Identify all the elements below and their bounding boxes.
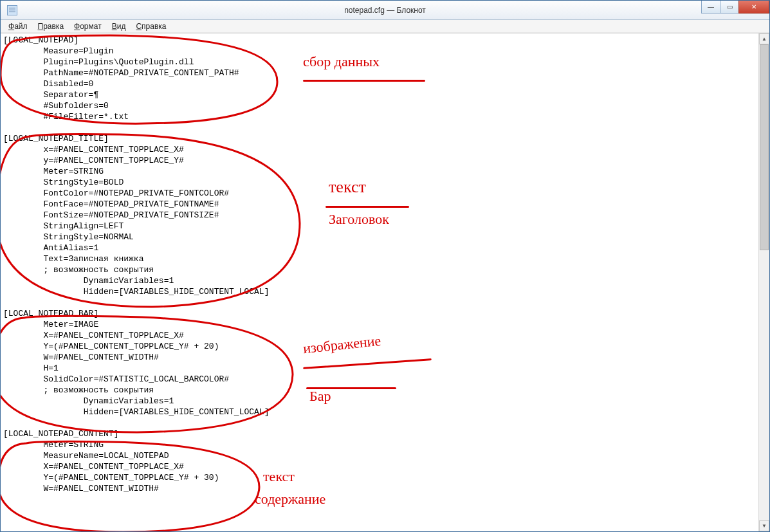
annotation-underline-3a: [303, 358, 432, 369]
annotation-label-3a: изображение: [302, 335, 381, 354]
maximize-button[interactable]: ▭: [720, 1, 739, 14]
close-button[interactable]: ✕: [738, 1, 769, 14]
scroll-down-button[interactable]: ▼: [759, 520, 769, 531]
notepad-icon: [7, 5, 17, 15]
menu-edit[interactable]: Правка: [33, 21, 69, 32]
menubar: Файл Правка Формат Вид Справка: [1, 20, 769, 33]
annotation-label-4b: содержание: [255, 493, 325, 504]
menu-help[interactable]: Справка: [131, 21, 171, 32]
app-window: notepad.cfg — Блокнот — ▭ ✕ Файл Правка …: [0, 0, 770, 532]
menu-format[interactable]: Формат: [69, 21, 107, 32]
vertical-scrollbar[interactable]: ▲ ▼: [758, 33, 769, 531]
text-editor-area[interactable]: [LOCAL_NOTEPAD] Measure=Plugin Plugin=Pl…: [1, 33, 758, 531]
annotation-label-4a: текст: [263, 471, 295, 482]
annotation-underline-2a: [325, 206, 409, 208]
annotation-label-1: сбор данных: [303, 56, 380, 67]
menu-file[interactable]: Файл: [3, 21, 33, 32]
scroll-track[interactable]: [759, 44, 769, 520]
editor-content: [LOCAL_NOTEPAD] Measure=Plugin Plugin=Pl…: [3, 35, 269, 493]
annotation-label-2a: текст: [329, 181, 366, 192]
titlebar[interactable]: notepad.cfg — Блокнот — ▭ ✕: [1, 1, 769, 20]
client-area: [LOCAL_NOTEPAD] Measure=Plugin Plugin=Pl…: [1, 33, 769, 531]
window-controls: — ▭ ✕: [702, 1, 769, 14]
annotation-underline-3b: [306, 387, 396, 389]
annotation-label-3b: Бар: [309, 390, 331, 401]
annotation-label-2b: Заголовок: [329, 214, 389, 225]
window-title: notepad.cfg — Блокнот: [1, 6, 769, 15]
annotation-underline-1: [303, 80, 425, 82]
minimize-button[interactable]: —: [701, 1, 720, 14]
scroll-up-button[interactable]: ▲: [759, 33, 769, 44]
scroll-thumb[interactable]: [760, 44, 769, 250]
menu-view[interactable]: Вид: [107, 21, 131, 32]
